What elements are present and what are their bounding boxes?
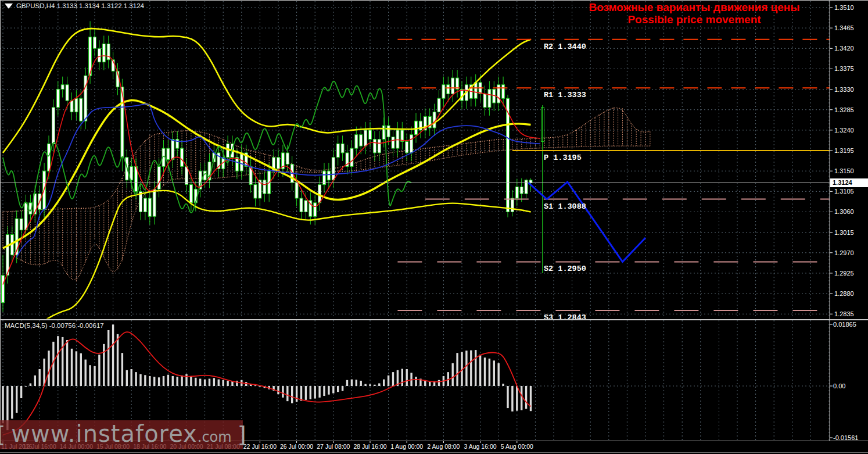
- mt4-chart-window: R2 1.3440R1 1.3333P 1.3195S1 1.3088S2 1.…: [0, 0, 868, 454]
- current-price-tag: 1.3124: [830, 178, 868, 187]
- svg-text:0.00: 0.00: [833, 382, 845, 389]
- symbol-ohlc-text: GBPUSD,H4 1.3133 1.3134 1.3122 1.3124: [16, 2, 144, 9]
- svg-text:-0.01561: -0.01561: [833, 434, 858, 441]
- svg-text:1.3330: 1.3330: [834, 86, 854, 93]
- watermark: [ www.instaforex .com ]: [0, 420, 243, 449]
- level-label-S2: S2 1.2950: [544, 264, 586, 273]
- watermark-domain-suffix: .com: [198, 429, 232, 445]
- chart-title-en: Possible price movement: [546, 13, 842, 26]
- watermark-text: www.instaforex: [11, 420, 197, 447]
- svg-text:1.3150: 1.3150: [834, 167, 854, 174]
- svg-text:1.3420: 1.3420: [834, 45, 854, 52]
- svg-text:1.3105: 1.3105: [834, 188, 854, 195]
- svg-text:1.3195: 1.3195: [834, 147, 854, 154]
- svg-text:1.2880: 1.2880: [834, 290, 854, 297]
- svg-text:1 Aug 00:00: 1 Aug 00:00: [390, 443, 423, 450]
- svg-text:28 Jul 16:00: 28 Jul 16:00: [353, 443, 386, 450]
- svg-text:1.3375: 1.3375: [834, 65, 854, 72]
- svg-text:1.3015: 1.3015: [834, 229, 854, 236]
- svg-text:1.3285: 1.3285: [834, 106, 854, 113]
- svg-text:1.3060: 1.3060: [834, 208, 854, 215]
- svg-text:2 Aug 08:00: 2 Aug 08:00: [427, 443, 460, 450]
- chart-canvas[interactable]: R2 1.3440R1 1.3333P 1.3195S1 1.3088S2 1.…: [0, 0, 868, 454]
- svg-text:27 Jul 08:00: 27 Jul 08:00: [317, 443, 350, 450]
- svg-text:1.2835: 1.2835: [834, 310, 854, 317]
- symbol-ohlc-label: GBPUSD,H4 1.3133 1.3134 1.3122 1.3124: [5, 2, 144, 9]
- forecast-title: Возможные варианты движения цены Possibl…: [546, 1, 842, 26]
- level-label-R1: R1 1.3333: [544, 91, 586, 99]
- watermark-bracket-left: [: [0, 421, 11, 447]
- svg-text:1.3240: 1.3240: [834, 127, 854, 134]
- svg-text:1.2970: 1.2970: [834, 249, 854, 256]
- chart-dropdown-icon: [5, 3, 13, 9]
- svg-text:3 Aug 16:00: 3 Aug 16:00: [464, 443, 497, 450]
- level-label-R2: R2 1.3440: [544, 42, 586, 51]
- macd-indicator-label: MACD(5,34,5) -0.00756 -0.00617: [5, 322, 104, 329]
- svg-text:1.2925: 1.2925: [834, 270, 854, 277]
- svg-text:5 Aug 00:00: 5 Aug 00:00: [501, 443, 533, 450]
- chart-title-ru: Возможные варианты движения цены: [546, 1, 842, 13]
- level-label-P: P 1.3195: [544, 153, 582, 162]
- watermark-bracket-right: ]: [232, 421, 252, 447]
- level-label-S3: S3 1.2843: [544, 313, 586, 322]
- level-label-S1: S1 1.3088: [544, 202, 586, 211]
- svg-text:26 Jul 00:00: 26 Jul 00:00: [280, 443, 313, 450]
- svg-text:0.01865: 0.01865: [833, 321, 856, 328]
